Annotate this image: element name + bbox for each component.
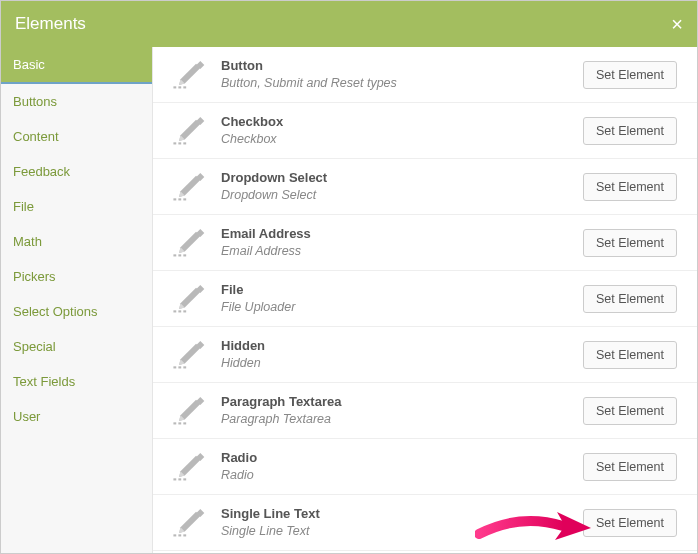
svg-rect-10 — [178, 198, 181, 200]
sidebar-item-text-fields[interactable]: Text Fields — [1, 364, 152, 399]
element-desc: Single Line Text — [221, 523, 583, 539]
modal-title: Elements — [15, 14, 86, 34]
element-icon-wrap — [167, 340, 211, 370]
pencil-icon — [172, 284, 206, 314]
set-element-button[interactable]: Set Element — [583, 173, 677, 201]
element-title: File — [221, 282, 583, 299]
element-row: Paragraph TextareaParagraph TextareaSet … — [153, 383, 697, 439]
sidebar-item-special[interactable]: Special — [1, 329, 152, 364]
svg-rect-19 — [183, 310, 186, 312]
element-title: Hidden — [221, 338, 583, 355]
sidebar-item-label: Text Fields — [13, 374, 75, 389]
set-element-button[interactable]: Set Element — [583, 285, 677, 313]
sidebar-item-feedback[interactable]: Feedback — [1, 154, 152, 189]
element-info: FileFile Uploader — [211, 282, 583, 315]
sidebar-list: BasicButtonsContentFeedbackFileMathPicke… — [1, 47, 152, 434]
element-title: Radio — [221, 450, 583, 467]
svg-rect-7 — [183, 142, 186, 144]
sidebar-item-buttons[interactable]: Buttons — [1, 84, 152, 119]
element-icon-wrap — [167, 284, 211, 314]
sidebar-item-math[interactable]: Math — [1, 224, 152, 259]
set-element-button[interactable]: Set Element — [583, 453, 677, 481]
modal-body: BasicButtonsContentFeedbackFileMathPicke… — [1, 47, 697, 553]
element-row: Email AddressEmail AddressSet Element — [153, 215, 697, 271]
sidebar-item-select-options[interactable]: Select Options — [1, 294, 152, 329]
element-list[interactable]: ButtonButton, Submit and Reset typesSet … — [153, 47, 697, 553]
set-element-button[interactable]: Set Element — [583, 61, 677, 89]
pencil-icon — [172, 396, 206, 426]
element-desc: Paragraph Textarea — [221, 411, 583, 427]
svg-rect-5 — [173, 142, 176, 144]
element-title: Dropdown Select — [221, 170, 583, 187]
element-desc: Checkbox — [221, 131, 583, 147]
element-row: FileFile UploaderSet Element — [153, 271, 697, 327]
element-icon-wrap — [167, 452, 211, 482]
set-element-button[interactable]: Set Element — [583, 397, 677, 425]
element-row: ButtonButton, Submit and Reset typesSet … — [153, 47, 697, 103]
svg-rect-6 — [178, 142, 181, 144]
element-icon-wrap — [167, 116, 211, 146]
set-element-button[interactable]: Set Element — [583, 341, 677, 369]
svg-rect-29 — [173, 478, 176, 480]
svg-rect-23 — [183, 366, 186, 368]
sidebar-item-label: User — [13, 409, 40, 424]
sidebar-item-label: Feedback — [13, 164, 70, 179]
sidebar-item-label: Special — [13, 339, 56, 354]
set-element-button[interactable]: Set Element — [583, 229, 677, 257]
element-desc: Button, Submit and Reset types — [221, 75, 583, 91]
element-action: Set Element — [583, 509, 677, 537]
svg-rect-34 — [178, 534, 181, 536]
sidebar-item-label: File — [13, 199, 34, 214]
sidebar-item-pickers[interactable]: Pickers — [1, 259, 152, 294]
elements-modal: Elements × BasicButtonsContentFeedbackFi… — [0, 0, 698, 554]
pencil-icon — [172, 172, 206, 202]
element-icon-wrap — [167, 508, 211, 538]
svg-rect-3 — [183, 86, 186, 88]
sidebar-item-label: Pickers — [13, 269, 56, 284]
element-desc: Dropdown Select — [221, 187, 583, 203]
sidebar-item-label: Content — [13, 129, 59, 144]
svg-rect-35 — [183, 534, 186, 536]
svg-rect-15 — [183, 254, 186, 256]
element-title: Paragraph Textarea — [221, 394, 583, 411]
svg-rect-30 — [178, 478, 181, 480]
modal-header: Elements × — [1, 1, 697, 47]
element-title: Email Address — [221, 226, 583, 243]
svg-rect-14 — [178, 254, 181, 256]
pencil-icon — [172, 340, 206, 370]
svg-rect-9 — [173, 198, 176, 200]
svg-rect-22 — [178, 366, 181, 368]
element-info: CheckboxCheckbox — [211, 114, 583, 147]
element-icon-wrap — [167, 228, 211, 258]
element-desc: File Uploader — [221, 299, 583, 315]
element-desc: Radio — [221, 467, 583, 483]
sidebar-item-basic[interactable]: Basic — [1, 47, 152, 84]
sidebar-item-content[interactable]: Content — [1, 119, 152, 154]
svg-rect-26 — [178, 422, 181, 424]
set-element-button[interactable]: Set Element — [583, 117, 677, 145]
set-element-button[interactable]: Set Element — [583, 509, 677, 537]
element-info: Paragraph TextareaParagraph Textarea — [211, 394, 583, 427]
element-row: HiddenHiddenSet Element — [153, 327, 697, 383]
sidebar-item-label: Basic — [13, 57, 45, 72]
svg-rect-17 — [173, 310, 176, 312]
sidebar-item-user[interactable]: User — [1, 399, 152, 434]
svg-rect-13 — [173, 254, 176, 256]
element-icon-wrap — [167, 172, 211, 202]
close-icon[interactable]: × — [671, 14, 683, 34]
element-info: HiddenHidden — [211, 338, 583, 371]
svg-rect-25 — [173, 422, 176, 424]
pencil-icon — [172, 228, 206, 258]
element-info: Dropdown SelectDropdown Select — [211, 170, 583, 203]
svg-rect-33 — [173, 534, 176, 536]
element-action: Set Element — [583, 453, 677, 481]
element-icon-wrap — [167, 396, 211, 426]
element-title: Button — [221, 58, 583, 75]
pencil-icon — [172, 508, 206, 538]
element-action: Set Element — [583, 61, 677, 89]
element-row: RadioRadioSet Element — [153, 439, 697, 495]
element-icon-wrap — [167, 60, 211, 90]
sidebar-item-label: Buttons — [13, 94, 57, 109]
svg-rect-18 — [178, 310, 181, 312]
sidebar-item-file[interactable]: File — [1, 189, 152, 224]
